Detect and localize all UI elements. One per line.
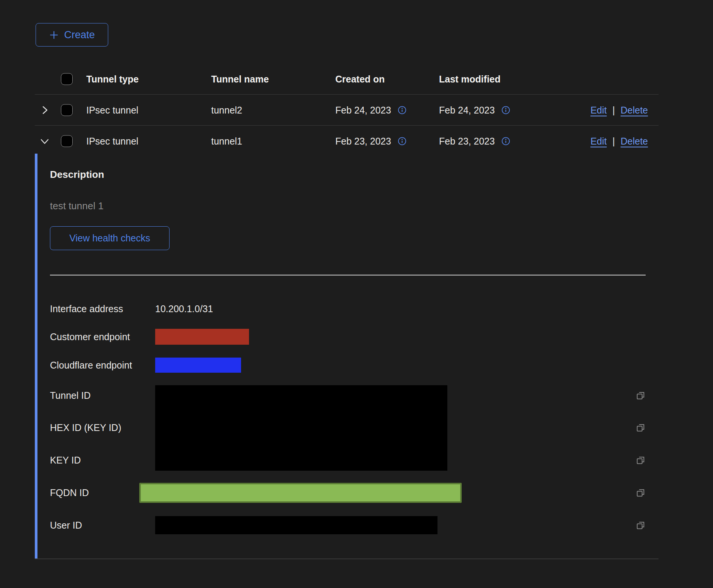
row-checkbox[interactable]: [61, 135, 73, 147]
column-header-tunnel-name: Tunnel name: [211, 73, 269, 84]
copy-icon: [635, 390, 646, 401]
copy-tunnel-id-button[interactable]: [635, 390, 646, 401]
info-icon[interactable]: [398, 137, 406, 146]
chevron-right-icon: [40, 105, 49, 115]
info-icon[interactable]: [501, 137, 510, 146]
link-separator: |: [612, 104, 615, 115]
tunnel-id-label: Tunnel ID: [50, 390, 155, 401]
chevron-down-icon: [40, 137, 50, 145]
copy-icon: [635, 423, 646, 433]
key-id-label: KEY ID: [50, 455, 155, 466]
create-button[interactable]: Create: [36, 23, 108, 47]
last-modified-cell: Feb 23, 2023: [439, 136, 495, 147]
interface-address-value: 10.200.1.0/31: [155, 303, 628, 314]
cloudflare-endpoint-redacted-value: [155, 358, 241, 373]
description-label: Description: [50, 169, 104, 180]
description-value: test tunnel 1: [50, 200, 104, 212]
last-modified-cell: Feb 24, 2023: [439, 104, 495, 115]
create-button-label: Create: [64, 29, 95, 41]
table-row: IPsec tunnel tunnel2 Feb 24, 2023 Feb 24…: [35, 95, 659, 126]
copy-user-id-button[interactable]: [635, 520, 646, 530]
created-on-cell: Feb 23, 2023: [335, 136, 391, 147]
link-separator: |: [612, 136, 615, 147]
tunnels-page: Create Tunnel type Tunnel name Created o…: [0, 0, 713, 588]
plus-icon: [49, 30, 59, 40]
copy-fqdn-id-button[interactable]: [635, 488, 646, 498]
collapse-row-button[interactable]: [38, 134, 51, 148]
user-id-redacted-value: [155, 516, 437, 534]
copy-icon: [635, 455, 646, 465]
copy-key-id-button[interactable]: [635, 455, 646, 465]
column-header-last-modified: Last modified: [439, 73, 501, 84]
customer-endpoint-redacted-value: [155, 329, 249, 345]
user-id-label: User ID: [50, 520, 155, 531]
column-header-created-on: Created on: [335, 73, 385, 84]
delete-link[interactable]: Delete: [621, 136, 648, 147]
delete-link[interactable]: Delete: [621, 104, 648, 115]
tunnels-table: Tunnel type Tunnel name Created on Last …: [35, 64, 659, 157]
copy-hex-id-button[interactable]: [635, 423, 646, 433]
info-icon[interactable]: [398, 106, 406, 114]
expanded-row-indicator-bar: [35, 154, 37, 558]
tunnel-type-cell: IPsec tunnel: [86, 104, 139, 115]
select-all-checkbox[interactable]: [61, 73, 73, 85]
expanded-tunnel-panel: Description test tunnel 1 View health ch…: [35, 154, 659, 559]
expand-row-button[interactable]: [38, 103, 51, 117]
fqdn-id-redacted-value: [139, 483, 462, 503]
edit-link[interactable]: Edit: [590, 104, 607, 115]
tunnel-name-cell: tunnel2: [211, 104, 242, 115]
tunnel-id-redacted-value: [155, 385, 447, 471]
interface-address-label: Interface address: [50, 303, 155, 314]
hex-id-label: HEX ID (KEY ID): [50, 422, 155, 433]
section-divider: [50, 275, 646, 275]
tunnel-details: Interface address 10.200.1.0/31 Customer…: [50, 295, 646, 541]
copy-icon: [635, 520, 646, 530]
row-checkbox[interactable]: [61, 104, 73, 116]
table-row: IPsec tunnel tunnel1 Feb 23, 2023 Feb 23…: [35, 126, 659, 157]
created-on-cell: Feb 24, 2023: [335, 104, 391, 115]
cloudflare-endpoint-label: Cloudflare endpoint: [50, 360, 155, 371]
edit-link[interactable]: Edit: [590, 136, 607, 147]
copy-icon: [635, 488, 646, 498]
tunnel-name-cell: tunnel1: [211, 136, 242, 147]
table-header-row: Tunnel type Tunnel name Created on Last …: [35, 64, 659, 95]
info-icon[interactable]: [501, 106, 510, 114]
column-header-tunnel-type: Tunnel type: [86, 73, 139, 84]
customer-endpoint-label: Customer endpoint: [50, 331, 155, 342]
tunnel-type-cell: IPsec tunnel: [86, 136, 139, 147]
view-health-checks-button[interactable]: View health checks: [50, 226, 170, 250]
